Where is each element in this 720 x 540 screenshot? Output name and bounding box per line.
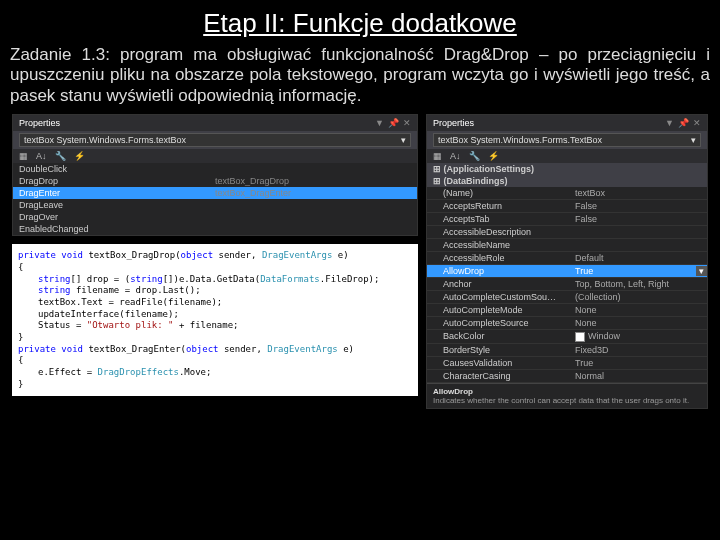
panel-controls[interactable]: ▼📌✕: [375, 118, 411, 128]
property-row[interactable]: (Name)textBox: [427, 187, 707, 200]
code-snippet: private void textBox_DragDrop(object sen…: [12, 244, 418, 396]
slide-title: Etap II: Funkcje dodatkowe: [0, 0, 720, 41]
event-row[interactable]: DragOver: [13, 211, 417, 223]
events-panel: Properties▼📌✕ textBox System.Windows.For…: [12, 114, 418, 236]
property-row[interactable]: AutoCompleteModeNone: [427, 304, 707, 317]
az-icon: A↓: [34, 151, 49, 161]
category[interactable]: ⊞ (DataBindings): [427, 175, 707, 187]
event-row[interactable]: DragLeave: [13, 199, 417, 211]
property-row[interactable]: CausesValidationTrue: [427, 357, 707, 370]
panel-title: Properties: [19, 118, 60, 128]
toolbar[interactable]: ▦A↓🔧⚡: [13, 149, 417, 163]
task-description: Zadanie 1.3: program ma obsługiwać funkc…: [0, 41, 720, 114]
property-row[interactable]: BorderStyleFixed3D: [427, 344, 707, 357]
property-row[interactable]: AccessibleName: [427, 239, 707, 252]
event-row[interactable]: DragDroptextBox_DragDrop: [13, 175, 417, 187]
property-row[interactable]: AutoCompleteCustomSou…(Collection): [427, 291, 707, 304]
property-row[interactable]: AllowDropTrue ▾: [427, 265, 707, 278]
property-row[interactable]: AcceptsTabFalse: [427, 213, 707, 226]
event-row[interactable]: DoubleClick: [13, 163, 417, 175]
toolbar[interactable]: ▦A↓🔧⚡: [427, 149, 707, 163]
events-icon: ⚡: [72, 151, 87, 161]
property-row[interactable]: AccessibleRoleDefault: [427, 252, 707, 265]
property-row[interactable]: BackColorWindow: [427, 330, 707, 344]
property-row[interactable]: AcceptsReturnFalse: [427, 200, 707, 213]
property-row[interactable]: CharacterCasingNormal: [427, 370, 707, 383]
properties-panel: Properties▼📌✕ textBox System.Windows.For…: [426, 114, 708, 409]
cat-icon: ▦: [17, 151, 30, 161]
object-selector[interactable]: textBox System.Windows.Forms.textBox▾: [19, 133, 411, 147]
panel-controls[interactable]: ▼📌✕: [665, 118, 701, 128]
category[interactable]: ⊞ (ApplicationSettings): [427, 163, 707, 175]
prop-icon: 🔧: [53, 151, 68, 161]
event-row[interactable]: DragEntertextBox_DragEnter: [13, 187, 417, 199]
property-row[interactable]: AnchorTop, Bottom, Left, Right: [427, 278, 707, 291]
property-row[interactable]: AccessibleDescription: [427, 226, 707, 239]
property-row[interactable]: AutoCompleteSourceNone: [427, 317, 707, 330]
help-pane: AllowDropIndicates whether the control c…: [427, 383, 707, 408]
event-row[interactable]: EnabledChanged: [13, 223, 417, 235]
panel-title: Properties: [433, 118, 474, 128]
object-selector[interactable]: textBox System.Windows.Forms.TextBox▾: [433, 133, 701, 147]
